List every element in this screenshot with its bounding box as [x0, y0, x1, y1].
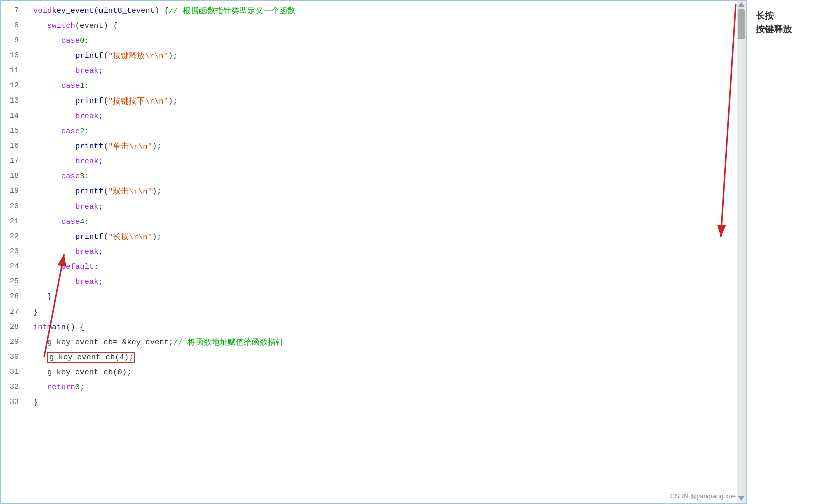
code-line-21: case 4: — [33, 214, 737, 229]
code-line-8: switch (event) { — [33, 18, 737, 33]
annotation-sidebar: 长按按键释放 — [747, 0, 817, 504]
line-num-11: 11 — [1, 63, 23, 78]
line-num-13: 13 — [1, 93, 23, 109]
code-line-23: break; — [33, 244, 737, 259]
line-num-10: 10 — [1, 48, 23, 63]
code-line-7: void key_event(uint8_t event) { // 根据函数指… — [33, 3, 737, 18]
scrollbar-down-arrow[interactable] — [738, 496, 745, 501]
line-num-27: 27 — [1, 305, 23, 320]
code-line-31: g_key_event_cb(0); — [33, 365, 737, 380]
line-num-9: 9 — [1, 33, 23, 48]
line-num-12: 12 — [1, 78, 23, 93]
code-line-33: } — [33, 395, 737, 410]
code-line-9: case 0: — [33, 33, 737, 48]
code-line-16: printf("单击\r\n"); — [33, 139, 737, 154]
code-line-22: printf("长按\r\n"); — [33, 229, 737, 244]
highlight-box: g_key_event_cb(4); — [47, 352, 135, 363]
annotation-text: 长按按键释放 — [756, 9, 813, 36]
code-line-30: g_key_event_cb(4); — [33, 350, 737, 365]
line-num-33: 33 — [1, 395, 23, 410]
code-line-11: break; — [33, 63, 737, 78]
code-editor: 7891011121314151617181920212223242526272… — [0, 0, 747, 504]
scrollbar-thumb[interactable] — [738, 9, 745, 39]
code-line-18: case 3: — [33, 169, 737, 184]
code-line-25: break; — [33, 274, 737, 289]
scrollbar-up-arrow[interactable] — [738, 2, 745, 7]
code-line-24: default: — [33, 259, 737, 274]
code-line-10: printf("按键释放\r\n"); — [33, 48, 737, 63]
line-num-14: 14 — [1, 109, 23, 124]
line-num-16: 16 — [1, 139, 23, 154]
line-num-22: 22 — [1, 229, 23, 244]
line-numbers: 7891011121314151617181920212223242526272… — [1, 1, 27, 503]
code-line-28: int main() { — [33, 320, 737, 335]
code-line-20: break; — [33, 199, 737, 214]
line-num-17: 17 — [1, 154, 23, 169]
code-line-12: case 1: — [33, 78, 737, 93]
line-num-23: 23 — [1, 244, 23, 259]
line-num-25: 25 — [1, 274, 23, 289]
line-num-15: 15 — [1, 124, 23, 139]
code-line-29: g_key_event_cb = &key_event; // 将函数地址赋值给… — [33, 335, 737, 350]
line-num-19: 19 — [1, 184, 23, 199]
line-num-30: 30 — [1, 350, 23, 365]
code-content: void key_event(uint8_t event) { // 根据函数指… — [27, 1, 737, 503]
line-num-32: 32 — [1, 380, 23, 395]
code-line-26: } — [33, 289, 737, 305]
main-container: 7891011121314151617181920212223242526272… — [0, 0, 817, 504]
code-line-14: break; — [33, 109, 737, 124]
line-num-31: 31 — [1, 365, 23, 380]
code-line-27: } — [33, 305, 737, 320]
code-line-15: case 2: — [33, 124, 737, 139]
code-line-32: return 0; — [33, 380, 737, 395]
watermark: CSDN @jianqiang.xue — [670, 492, 736, 500]
line-num-7: 7 — [1, 3, 23, 18]
code-line-19: printf("双击\r\n"); — [33, 184, 737, 199]
code-line-13: printf("按键按下\r\n"); — [33, 93, 737, 109]
line-num-24: 24 — [1, 259, 23, 274]
line-num-26: 26 — [1, 289, 23, 305]
line-num-20: 20 — [1, 199, 23, 214]
line-num-18: 18 — [1, 169, 23, 184]
line-num-29: 29 — [1, 335, 23, 350]
line-num-8: 8 — [1, 18, 23, 33]
line-num-21: 21 — [1, 214, 23, 229]
code-line-17: break; — [33, 154, 737, 169]
scrollbar[interactable] — [737, 1, 746, 503]
line-num-28: 28 — [1, 320, 23, 335]
